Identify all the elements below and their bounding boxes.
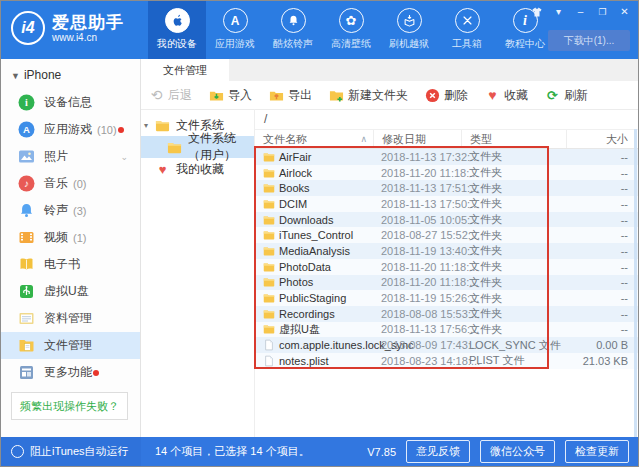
close-icon[interactable]: ✕	[618, 5, 631, 18]
usb-disk-icon	[18, 283, 35, 300]
main-panel: 文件管理 ⟲后退导入导出新建文件夹删除♥收藏⟳刷新 ▾文件系统文件系统（用户）♥…	[141, 59, 638, 437]
chevron-down-icon: ▼	[11, 71, 20, 81]
file-name-text: notes.plist	[279, 355, 329, 367]
table-row[interactable]: 虚拟U盘2018-11-13 17:56:...文件夹--	[255, 322, 638, 338]
statusbar-button-意见反馈[interactable]: 意见反馈	[406, 440, 470, 463]
column-header-name[interactable]: 文件名称∧	[255, 130, 373, 148]
cell-type: 文件夹	[461, 259, 566, 274]
table-row[interactable]: iTunes_Control2018-08-27 15:52:...文件夹--	[255, 227, 638, 243]
table-row[interactable]: AirFair2018-11-13 17:32:...文件夹--	[255, 149, 638, 165]
nav-item-酷炫铃声[interactable]: 酷炫铃声	[264, 1, 322, 59]
download-button[interactable]: 下载中(1)...	[548, 30, 630, 51]
cell-modified-date: 2018-08-23 14:18:...	[373, 355, 461, 367]
cell-file-name: com.apple.itunes.lock_sync	[255, 339, 373, 351]
folder-icon	[263, 151, 275, 163]
table-row[interactable]: DCIM2018-11-13 17:50:...文件夹--	[255, 196, 638, 212]
column-header-date[interactable]: 修改日期	[373, 130, 461, 148]
table-row[interactable]: MediaAnalysis2018-11-19 13:40:...文件夹--	[255, 243, 638, 259]
sidebar-item-照片[interactable]: 照片⌄	[1, 143, 140, 170]
cell-size: --	[566, 276, 638, 288]
tab-file-manage[interactable]: 文件管理	[141, 59, 229, 81]
cell-size: --	[566, 245, 638, 257]
cell-type: PLIST 文件	[461, 353, 566, 368]
folder-icon	[263, 308, 275, 320]
app-url: www.i4.cn	[52, 32, 124, 43]
nav-item-label: 教程中心	[496, 37, 554, 51]
red-badge-dot	[118, 127, 124, 133]
device-selector[interactable]: ▼iPhone	[1, 59, 140, 89]
table-row[interactable]: Airlock2018-11-20 11:18:...文件夹--	[255, 165, 638, 181]
sidebar-item-视频[interactable]: 视频(1)	[1, 224, 140, 251]
radio-circle-icon	[11, 445, 24, 458]
cell-modified-date: 2018-11-20 11:18:...	[373, 261, 461, 273]
tree-item-我的收藏[interactable]: ♥我的收藏	[141, 158, 254, 180]
skin-icon[interactable]	[530, 5, 543, 18]
folder-icon	[263, 261, 275, 273]
tree-item-label: 我的收藏	[176, 161, 224, 178]
table-row[interactable]: notes.plist2018-08-23 14:18:...PLIST 文件2…	[255, 353, 638, 369]
app-game-icon: A	[18, 121, 35, 138]
minimize-icon[interactable]: –	[574, 5, 587, 18]
sidebar-item-电子书[interactable]: 电子书	[1, 251, 140, 278]
column-header-size[interactable]: 大小	[566, 130, 638, 148]
folder-icon	[263, 323, 275, 335]
cell-size: 0.00 B	[566, 339, 638, 351]
sidebar-item-更多功能[interactable]: 更多功能	[1, 359, 140, 386]
block-itunes-toggle[interactable]: 阻止iTunes自动运行	[1, 437, 141, 466]
sidebar-item-文件管理[interactable]: 文件管理	[1, 332, 140, 359]
cell-type: 文件夹	[461, 165, 566, 180]
help-button[interactable]: 频繁出现操作失败？	[11, 392, 128, 420]
cell-type: 文件夹	[461, 275, 566, 290]
heart-icon: ♥	[155, 162, 170, 177]
sidebar-item-虚拟U盘[interactable]: 虚拟U盘	[1, 278, 140, 305]
sidebar-item-资料管理[interactable]: 资料管理	[1, 305, 140, 332]
table-row[interactable]: Recordings2018-08-08 15:53:...文件夹--	[255, 306, 638, 322]
cell-file-name: notes.plist	[255, 355, 373, 367]
table-row[interactable]: com.apple.itunes.lock_sync2018-08-09 17:…	[255, 337, 638, 353]
sidebar-item-音乐[interactable]: ♪音乐(0)	[1, 170, 140, 197]
导出-button[interactable]: 导出	[269, 87, 312, 104]
sidebar-item-label: 铃声	[44, 202, 68, 219]
sidebar-item-label: 应用游戏	[44, 121, 92, 138]
nav-item-应用游戏[interactable]: A应用游戏	[206, 1, 264, 59]
table-row[interactable]: Downloads2018-11-05 10:05:...文件夹--	[255, 212, 638, 228]
folder-icon	[263, 167, 275, 179]
sort-asc-icon: ∧	[360, 134, 367, 144]
nav-item-我的设备[interactable]: 我的设备	[148, 1, 206, 59]
item-count: (10)	[97, 124, 117, 136]
table-row[interactable]: PublicStaging2018-11-19 15:26:...文件夹--	[255, 290, 638, 306]
table-row[interactable]: Photos2018-11-20 11:18:...文件夹--	[255, 275, 638, 291]
file-icon	[263, 355, 275, 367]
sidebar-item-应用游戏[interactable]: A应用游戏(10)	[1, 116, 140, 143]
svg-text:i: i	[25, 97, 28, 108]
nav-item-工具箱[interactable]: 工具箱	[438, 1, 496, 59]
刷新-button[interactable]: ⟳刷新	[545, 87, 588, 104]
statusbar-button-检查更新[interactable]: 检查更新	[565, 440, 629, 463]
sidebar-item-设备信息[interactable]: i设备信息	[1, 89, 140, 116]
statusbar-button-微信公众号[interactable]: 微信公众号	[480, 440, 555, 463]
table-row[interactable]: Books2018-11-13 17:51:...文件夹--	[255, 180, 638, 196]
menu-icon[interactable]: ▾	[552, 5, 565, 18]
column-header-type[interactable]: 类型	[461, 130, 566, 148]
file-name-text: AirFair	[279, 151, 311, 163]
nav-item-高清壁纸[interactable]: ✿高清壁纸	[322, 1, 380, 59]
tree-item-文件系统（用户）[interactable]: 文件系统（用户）	[141, 136, 254, 158]
table-row[interactable]: PhotoData2018-11-20 11:18:...文件夹--	[255, 259, 638, 275]
toggle-label: 阻止iTunes自动运行	[30, 444, 129, 459]
收藏-button[interactable]: ♥收藏	[485, 87, 528, 104]
sidebar-item-label: 音乐	[44, 175, 68, 192]
cell-file-name: PublicStaging	[255, 292, 373, 304]
folder-icon	[263, 292, 275, 304]
maximize-icon[interactable]: ❐	[596, 5, 609, 18]
nav-item-刷机越狱[interactable]: 刷机越狱	[380, 1, 438, 59]
新建文件夹-button[interactable]: 新建文件夹	[329, 87, 408, 104]
sidebar-item-label: 电子书	[44, 256, 80, 273]
folder-icon	[263, 214, 275, 226]
cell-file-name: 虚拟U盘	[255, 322, 373, 337]
cell-file-name: DCIM	[255, 198, 373, 210]
file-name-text: MediaAnalysis	[279, 245, 350, 257]
sidebar-item-铃声[interactable]: 铃声(3)	[1, 197, 140, 224]
导入-button[interactable]: 导入	[209, 87, 252, 104]
删除-button[interactable]: 删除	[425, 87, 468, 104]
scrollbar[interactable]	[634, 129, 637, 437]
